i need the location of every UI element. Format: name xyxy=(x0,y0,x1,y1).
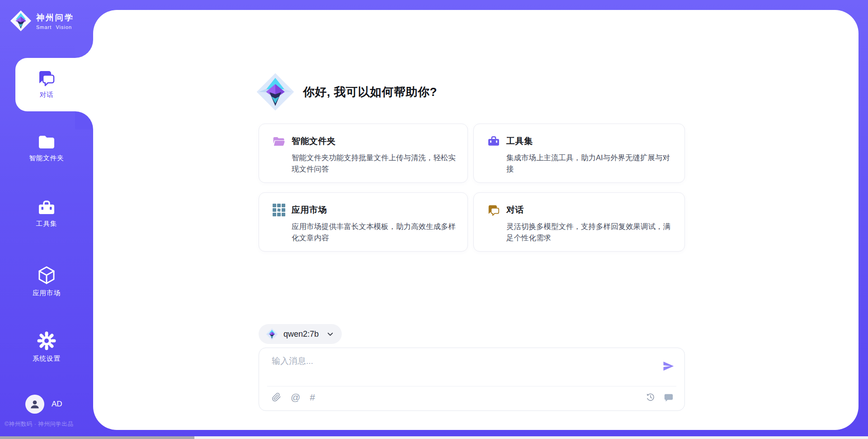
brand-text: 神州问学 Smart Vision xyxy=(36,12,74,30)
brand: 神州问学 Smart Vision xyxy=(10,10,74,32)
sidebar-item-settings[interactable]: 系统设置 xyxy=(0,331,93,363)
gem-icon xyxy=(266,328,278,340)
folder-icon xyxy=(273,135,285,148)
paperclip-icon[interactable] xyxy=(272,392,281,402)
card-chat[interactable]: 对话 灵活切换多模型文件，支持多样回复效果调试，满足个性化需求 xyxy=(473,192,685,252)
sidebar-item-chat[interactable]: 对话 xyxy=(0,69,93,99)
sidebar-item-label: 应用市场 xyxy=(33,289,61,297)
sidebar-item-app-market[interactable]: 应用市场 xyxy=(0,265,93,297)
brand-logo-icon xyxy=(10,10,32,32)
model-name: qwen2:7b xyxy=(283,329,319,339)
card-toolbox[interactable]: 工具集 集成市场上主流工具，助力AI与外界无缝扩展与对接 xyxy=(473,124,685,183)
card-head: 应用市场 xyxy=(273,204,456,216)
greeting-text: 你好, 我可以如何帮助你? xyxy=(303,84,437,100)
brand-subtitle: Smart Vision xyxy=(36,24,74,30)
brand-gem-icon xyxy=(256,72,295,111)
copyright-text: ©神州数码 · 神州问学出品 xyxy=(5,420,73,428)
brand-name: 神州问学 xyxy=(36,12,74,23)
card-head: 工具集 xyxy=(487,135,673,148)
sidebar-item-smart-folder[interactable]: 智能文件夹 xyxy=(0,134,93,162)
card-title: 对话 xyxy=(506,204,524,216)
greeting-hero: 你好, 我可以如何帮助你? xyxy=(256,72,437,111)
sidebar-item-toolbox[interactable]: 工具集 xyxy=(0,200,93,228)
cube-icon xyxy=(37,265,57,285)
chat-icon xyxy=(38,69,56,87)
toolbox-icon xyxy=(487,135,500,148)
card-desc: 灵活切换多模型文件，支持多样回复效果调试，满足个性化需求 xyxy=(506,221,673,243)
model-selector[interactable]: qwen2:7b xyxy=(259,324,342,344)
message-composer: @ # xyxy=(259,348,685,411)
card-desc: 应用市场提供丰富长文本模板，助力高效生成多样化文章内容 xyxy=(292,221,456,243)
toolbox-icon xyxy=(38,200,56,216)
chat-bubble-icon[interactable] xyxy=(664,392,674,402)
tab-connector-top xyxy=(75,40,93,58)
horizontal-scrollbar[interactable] xyxy=(0,436,868,439)
card-title: 应用市场 xyxy=(292,204,327,216)
app-root: 你好, 我可以如何帮助你? 智能文件夹 智能文件夹功能支持批量文件上传与清洗，轻… xyxy=(0,0,868,439)
composer-divider xyxy=(267,386,676,387)
composer-tools-left: @ # xyxy=(272,392,315,402)
send-icon[interactable] xyxy=(662,360,675,372)
gear-icon xyxy=(37,331,57,351)
sidebar-item-label: 工具集 xyxy=(36,220,57,228)
avatar xyxy=(25,395,44,414)
composer-tools-right xyxy=(646,392,674,402)
sidebar-item-label: 智能文件夹 xyxy=(29,154,64,162)
scrollbar-thumb[interactable] xyxy=(0,436,194,439)
user-menu[interactable]: AD xyxy=(25,395,62,414)
main-content: 你好, 我可以如何帮助你? 智能文件夹 智能文件夹功能支持批量文件上传与清洗，轻… xyxy=(93,10,859,430)
card-smart-folder[interactable]: 智能文件夹 智能文件夹功能支持批量文件上传与清洗，轻松实现文件问答 xyxy=(259,124,468,183)
sidebar-item-label: 对话 xyxy=(40,91,54,99)
history-icon[interactable] xyxy=(646,392,656,402)
card-desc: 集成市场上主流工具，助力AI与外界无缝扩展与对接 xyxy=(506,152,673,175)
card-head: 对话 xyxy=(487,204,673,216)
card-title: 工具集 xyxy=(506,135,533,147)
folder-icon xyxy=(37,134,56,150)
card-head: 智能文件夹 xyxy=(273,135,456,148)
chat-icon xyxy=(487,204,500,216)
card-app-market[interactable]: 应用市场 应用市场提供丰富长文本模板，助力高效生成多样化文章内容 xyxy=(259,192,468,252)
feature-cards: 智能文件夹 智能文件夹功能支持批量文件上传与清洗，轻松实现文件问答 工具集 集成… xyxy=(259,124,685,252)
card-title: 智能文件夹 xyxy=(292,135,336,147)
at-icon[interactable]: @ xyxy=(291,392,300,402)
grid-icon xyxy=(273,204,285,216)
message-input[interactable] xyxy=(272,355,633,382)
chevron-down-icon xyxy=(326,330,335,339)
hash-icon[interactable]: # xyxy=(310,392,315,402)
card-desc: 智能文件夹功能支持批量文件上传与清洗，轻松实现文件问答 xyxy=(292,152,456,175)
sidebar-item-label: 系统设置 xyxy=(33,354,61,363)
sidebar: 神州问学 Smart Vision 对话 智能文件夹 工具集 应用市场 系统设置 xyxy=(0,0,93,439)
user-avatar-icon xyxy=(29,398,41,410)
user-initials: AD xyxy=(52,400,62,409)
tab-connector-bottom xyxy=(75,111,93,129)
